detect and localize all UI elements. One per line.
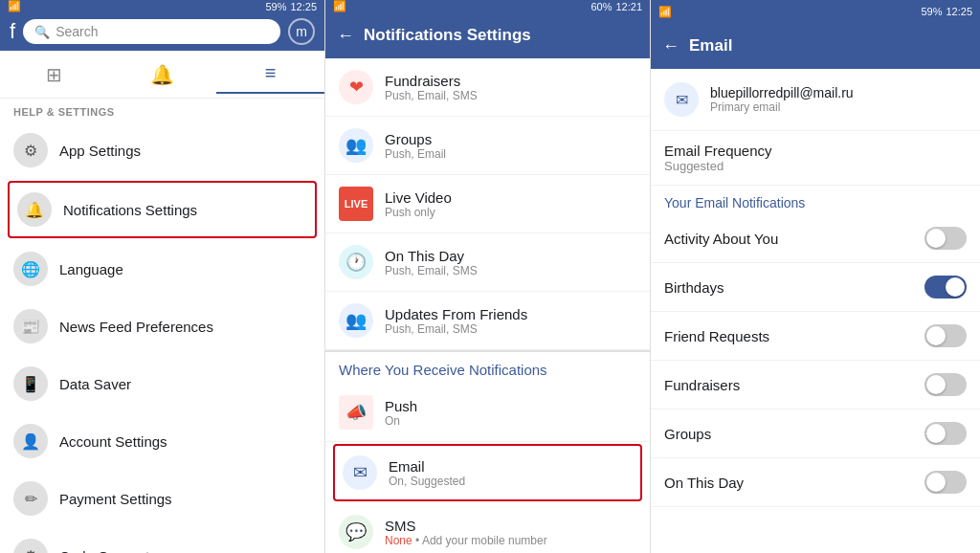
notif-on-this-day[interactable]: 🕐 On This Day Push, Email, SMS — [325, 233, 650, 292]
app-settings-icon: ⚙ — [13, 133, 48, 167]
tab-menu[interactable]: ≡ — [216, 55, 324, 94]
birthdays-label: Birthdays — [664, 279, 724, 296]
back-arrow-notifications[interactable]: ← — [337, 26, 354, 46]
toggle-fundraisers-email[interactable]: Fundraisers — [651, 361, 980, 409]
updates-friends-icon: 👥 — [339, 303, 373, 338]
email-frequency-row[interactable]: Email Frequency Suggested — [651, 131, 980, 186]
search-input-wrap[interactable]: 🔍 Search — [23, 19, 280, 44]
fundraisers-icon: ❤ — [339, 70, 373, 104]
email-title: Email — [689, 36, 732, 55]
help-settings-header: HELP & SETTINGS — [0, 99, 324, 122]
time-2: 12:21 — [615, 1, 642, 12]
toggle-on-this-day-email[interactable]: On This Day — [651, 458, 980, 507]
data-saver-icon: 📱 — [13, 366, 48, 401]
activity-about-you-label: Activity About You — [664, 231, 778, 247]
menu-item-app-settings[interactable]: ⚙ App Settings — [0, 122, 324, 179]
account-settings-icon: 👤 — [13, 424, 48, 458]
app-settings-label: App Settings — [59, 143, 141, 159]
sms-label: SMS — [385, 518, 547, 534]
menu-item-language[interactable]: 🌐 Language — [0, 240, 324, 298]
where-sms[interactable]: 💬 SMS None • Add your mobile number — [325, 503, 650, 553]
language-label: Language — [59, 261, 123, 277]
groups-sub: Push, Email — [385, 147, 446, 161]
activity-about-you-toggle[interactable] — [924, 227, 967, 250]
panel-notifications-settings: 📶 60% 12:21 ← Notifications Settings ❤ F… — [325, 0, 651, 553]
friend-requests-toggle[interactable] — [924, 324, 967, 347]
notif-live-video[interactable]: LIVE Live Video Push only — [325, 175, 650, 233]
toggle-activity-about-you[interactable]: Activity About You — [651, 214, 980, 263]
notif-fundraisers[interactable]: ❤ Fundraisers Push, Email, SMS — [325, 58, 650, 117]
your-email-notif-header: Your Email Notifications — [651, 186, 980, 214]
live-video-icon: LIVE — [339, 187, 373, 221]
code-generator-label: Code Generator — [59, 548, 163, 554]
fundraisers-email-toggle[interactable] — [924, 373, 967, 396]
battery-3: 59% — [921, 6, 942, 17]
fundraisers-email-label: Fundraisers — [664, 377, 740, 393]
time-3: 12:25 — [946, 6, 972, 17]
panel-email: 📶 59% 12:25 ← Email ✉ bluepillorredpill@… — [651, 0, 980, 553]
on-this-day-sub: Push, Email, SMS — [385, 264, 478, 277]
on-this-day-email-toggle[interactable] — [924, 471, 967, 494]
on-this-day-icon: 🕐 — [339, 245, 373, 279]
menu-item-account-settings[interactable]: 👤 Account Settings — [0, 412, 324, 470]
on-this-day-email-label: On This Day — [664, 475, 744, 491]
groups-email-toggle[interactable] — [924, 422, 967, 445]
email-primary-text: Primary email — [710, 100, 854, 114]
search-icon: 🔍 — [34, 25, 50, 39]
tab-grid[interactable]: ⊞ — [0, 55, 108, 94]
push-sub: On — [385, 414, 417, 428]
frequency-label: Email Frequency — [664, 143, 967, 159]
code-generator-icon: ⚙ — [13, 539, 48, 553]
search-placeholder: Search — [56, 24, 98, 39]
toggle-birthdays[interactable]: Birthdays — [651, 263, 980, 312]
status-icons-left-2: 📶 — [333, 0, 346, 12]
notif-updates-from-friends[interactable]: 👥 Updates From Friends Push, Email, SMS — [325, 292, 650, 350]
friend-requests-label: Friend Requests — [664, 328, 769, 344]
news-feed-label: News Feed Preferences — [59, 319, 213, 335]
notifications-settings-icon: 🔔 — [17, 192, 52, 227]
email-sub: On, Suggested — [389, 475, 465, 488]
status-icons-left: 📶 — [8, 0, 21, 12]
activity-about-you-knob — [926, 229, 946, 248]
birthdays-knob — [946, 277, 965, 297]
sms-add: • Add your mobile number — [415, 534, 547, 547]
email-address-icon: ✉ — [664, 82, 699, 117]
where-section-header: Where You Receive Notifications — [325, 352, 650, 384]
where-email[interactable]: ✉ Email On, Suggested — [333, 444, 642, 501]
status-bar-3: 📶 59% 12:25 — [651, 0, 980, 23]
payment-settings-label: Payment Settings — [59, 491, 172, 507]
panel-main-menu: 📶 59% 12:25 f 🔍 Search m ⊞ 🔔 ≡ HELP & SE… — [0, 0, 325, 553]
language-icon: 🌐 — [13, 252, 48, 286]
menu-item-payment-settings[interactable]: ✏ Payment Settings — [0, 470, 324, 527]
menu-item-news-feed-preferences[interactable]: 📰 News Feed Preferences — [0, 298, 324, 355]
menu-item-notifications-settings[interactable]: 🔔 Notifications Settings — [8, 181, 317, 238]
email-info-row: ✉ bluepillorredpill@mail.ru Primary emai… — [651, 69, 980, 131]
messenger-icon[interactable]: m — [288, 18, 315, 45]
on-this-day-label: On This Day — [385, 248, 478, 264]
menu-item-data-saver[interactable]: 📱 Data Saver — [0, 355, 324, 412]
toggle-groups-email[interactable]: Groups — [651, 409, 980, 458]
updates-friends-sub: Push, Email, SMS — [385, 322, 527, 336]
live-video-label: Live Video — [385, 189, 452, 206]
fundraisers-email-knob — [926, 375, 946, 394]
toggle-friend-requests[interactable]: Friend Requests — [651, 312, 980, 361]
battery-2: 60% — [590, 1, 612, 12]
back-arrow-email[interactable]: ← — [662, 36, 679, 56]
email-address-text: bluepillorredpill@mail.ru — [710, 85, 854, 100]
email-icon: ✉ — [343, 455, 377, 490]
data-saver-label: Data Saver — [59, 376, 131, 392]
sms-sub: None • Add your mobile number — [385, 534, 547, 547]
push-icon: 📣 — [339, 395, 373, 430]
on-this-day-email-knob — [926, 473, 946, 492]
facebook-logo: f — [10, 19, 15, 44]
menu-item-code-generator[interactable]: ⚙ Code Generator — [0, 527, 324, 553]
groups-label: Groups — [385, 131, 446, 147]
news-feed-icon: 📰 — [13, 309, 48, 343]
email-header: ← Email — [651, 23, 980, 69]
birthdays-toggle[interactable] — [924, 276, 967, 299]
tab-bell[interactable]: 🔔 — [108, 55, 216, 94]
battery-1: 59% — [265, 1, 286, 12]
notif-groups[interactable]: 👥 Groups Push, Email — [325, 117, 650, 175]
search-bar: f 🔍 Search m — [0, 12, 324, 51]
where-push[interactable]: 📣 Push On — [325, 384, 650, 442]
